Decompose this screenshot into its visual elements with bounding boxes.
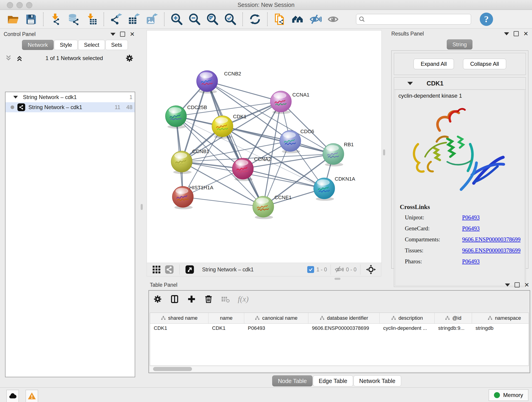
- column-header-canonical-name[interactable]: canonical name: [244, 313, 308, 324]
- tab-network[interactable]: Network: [22, 40, 54, 50]
- table-cell[interactable]: P06493: [244, 324, 308, 333]
- help-icon[interactable]: ?: [480, 13, 493, 26]
- export-network-icon[interactable]: [109, 12, 124, 27]
- table-cell[interactable]: cyclin-dependent ...: [380, 324, 435, 333]
- panel-menu-icon[interactable]: [110, 33, 115, 36]
- tab-edge-table[interactable]: Edge Table: [313, 375, 353, 386]
- edge-CCNB2-CCNE1[interactable]: [207, 81, 263, 207]
- column-header-database-identifier[interactable]: database identifier: [308, 313, 380, 324]
- collapse-entry-icon[interactable]: [407, 82, 413, 85]
- crosslink-link[interactable]: 9606.ENSP00000378699: [462, 236, 520, 243]
- open-file-icon[interactable]: [6, 12, 21, 27]
- column-header-shared-name[interactable]: shared name: [150, 313, 209, 324]
- close-panel-icon[interactable]: ✕: [523, 32, 528, 36]
- zoom-selected-icon[interactable]: [223, 12, 238, 27]
- column-header-description[interactable]: description: [380, 313, 435, 324]
- scrollbar-thumb[interactable]: [153, 367, 192, 371]
- collapse-all-button[interactable]: Collapse All: [463, 59, 506, 69]
- gear-icon[interactable]: [125, 54, 134, 63]
- network-row[interactable]: String Network – cdk1 11 48: [6, 102, 135, 112]
- first-neighbors-icon[interactable]: [290, 12, 305, 27]
- table-cell[interactable]: 9606.ENSP00000378699: [308, 324, 380, 333]
- cloud-icon[interactable]: [6, 390, 19, 402]
- node-CDKN1A[interactable]: [314, 178, 335, 201]
- table-cell[interactable]: CDK1: [209, 324, 244, 333]
- hide-selected-icon[interactable]: [308, 12, 323, 27]
- selected-checkbox-icon[interactable]: [307, 266, 314, 273]
- search-input[interactable]: [367, 16, 469, 22]
- bottom-splitter-handle[interactable]: [335, 278, 341, 280]
- crosslink-link[interactable]: P06493: [462, 214, 480, 221]
- import-network-file-icon[interactable]: [48, 12, 63, 27]
- node-RB1[interactable]: [323, 143, 344, 166]
- open-in-window-icon[interactable]: [185, 265, 194, 274]
- column-header-name[interactable]: name: [209, 313, 244, 324]
- delete-table-icon[interactable]: [221, 294, 230, 304]
- table-cell[interactable]: CDK1: [150, 324, 209, 333]
- network-canvas[interactable]: CCNB2 CCNA1 CDC25B CDK1: [147, 30, 382, 263]
- result-entry-header[interactable]: CDK1: [394, 77, 526, 89]
- table-row[interactable]: CDK1CDK1P064939606.ENSP00000378699cyclin…: [150, 324, 529, 333]
- delete-column-icon[interactable]: [204, 294, 213, 304]
- tab-network-table[interactable]: Network Table: [354, 375, 401, 386]
- float-panel-icon[interactable]: [515, 282, 520, 287]
- column-header-namespace[interactable]: namespace: [472, 313, 529, 324]
- memory-button[interactable]: Memory: [489, 389, 528, 401]
- table-horizontal-scrollbar[interactable]: [150, 366, 529, 372]
- export-image-icon[interactable]: [144, 12, 159, 27]
- tab-sets[interactable]: Sets: [105, 40, 128, 50]
- toolbar-search[interactable]: [356, 14, 471, 25]
- tab-string[interactable]: String: [447, 39, 473, 50]
- network-overview-icon[interactable]: [165, 265, 174, 274]
- import-network-database-icon[interactable]: [66, 12, 81, 27]
- birds-eye-view-icon[interactable]: [152, 265, 161, 274]
- table-gear-icon[interactable]: [153, 294, 162, 304]
- show-all-icon[interactable]: [326, 12, 341, 27]
- close-panel-icon[interactable]: ✕: [130, 32, 135, 36]
- node-CDC25B[interactable]: [165, 106, 186, 128]
- tab-select[interactable]: Select: [78, 40, 105, 50]
- crosslink-link[interactable]: 9606.ENSP00000378699: [462, 247, 520, 254]
- warning-icon[interactable]: [26, 390, 38, 402]
- edge-HIST1H1A-CCNE1[interactable]: [183, 197, 263, 207]
- panel-menu-icon[interactable]: [505, 283, 510, 287]
- crosslink-link[interactable]: P06493: [462, 258, 480, 265]
- node-CCNE1[interactable]: [253, 196, 274, 219]
- collapse-collection-icon[interactable]: [13, 96, 18, 99]
- expand-all-button[interactable]: Expand All: [413, 59, 454, 69]
- panel-menu-icon[interactable]: [504, 32, 509, 35]
- main-toolbar: ?: [0, 10, 532, 29]
- fit-content-icon[interactable]: [366, 264, 376, 274]
- table-cell[interactable]: stringdb:9...: [435, 324, 472, 333]
- import-table-icon[interactable]: [84, 12, 99, 27]
- network-collection-row[interactable]: String Network – cdk1 1: [6, 92, 135, 102]
- refresh-icon[interactable]: [247, 12, 263, 27]
- node-CCNA1[interactable]: [270, 91, 291, 114]
- node-CDC6[interactable]: [280, 130, 301, 153]
- collapse-all-icon[interactable]: [5, 54, 12, 62]
- tab-style[interactable]: Style: [54, 40, 78, 50]
- function-builder-icon[interactable]: f(x): [238, 295, 249, 303]
- zoom-in-icon[interactable]: [169, 12, 184, 27]
- close-panel-icon[interactable]: ✕: [524, 283, 529, 287]
- export-table-icon[interactable]: [127, 12, 142, 27]
- table-cell[interactable]: stringdb: [472, 324, 529, 333]
- save-session-icon[interactable]: [23, 12, 38, 27]
- float-panel-icon[interactable]: [120, 32, 125, 37]
- edge-CCNB2-CCNA1[interactable]: [207, 81, 281, 102]
- clone-network-icon[interactable]: [272, 12, 287, 27]
- float-panel-icon[interactable]: [514, 31, 519, 36]
- show-columns-icon[interactable]: [170, 294, 179, 304]
- zoom-fit-icon[interactable]: [205, 12, 220, 27]
- node-table[interactable]: shared namenamecanonical namedatabase id…: [150, 313, 529, 366]
- crosslink-link[interactable]: P06493: [462, 225, 480, 232]
- node-CCNB1[interactable]: [171, 151, 192, 174]
- zoom-out-icon[interactable]: [187, 12, 202, 27]
- expand-all-icon[interactable]: [16, 54, 23, 62]
- add-column-icon[interactable]: [187, 294, 196, 304]
- column-header-@id[interactable]: @id: [435, 313, 472, 324]
- edge-CDK1-RB1[interactable]: [222, 126, 333, 154]
- right-splitter-handle[interactable]: [383, 149, 385, 155]
- tab-node-table[interactable]: Node Table: [272, 375, 312, 386]
- left-splitter-handle[interactable]: [141, 204, 143, 210]
